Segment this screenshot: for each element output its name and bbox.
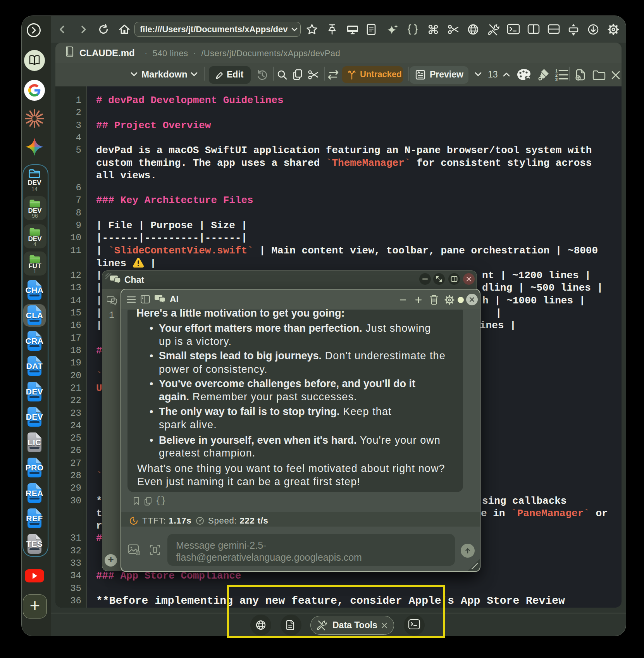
svg-text:3: 3 [555, 77, 558, 81]
